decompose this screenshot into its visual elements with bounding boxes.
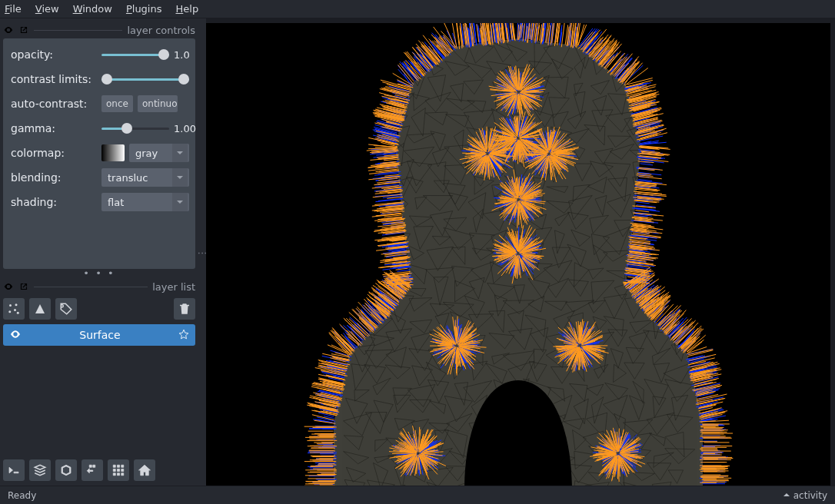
layer-list-toolbar [3,295,195,324]
home-button[interactable] [134,459,155,481]
surface-rendering [303,23,734,486]
layer-list: Surface [3,324,195,350]
autocontrast-label: auto-contrast: [11,98,97,110]
autocontrast-continuous-button[interactable]: ontinuou [138,95,178,112]
layer-list-title: layer list [152,281,195,293]
svg-point-0 [9,304,12,307]
console-button[interactable] [3,459,25,481]
svg-line-3819 [517,231,518,247]
layer-controls-header: layer controls [3,22,195,38]
svg-line-249 [636,202,649,204]
menu-view[interactable]: View [35,3,59,15]
layer-controls-panel: opacity: 1.0 contrast limits: [3,38,195,269]
chevron-down-icon [172,168,188,187]
blending-label: blending: [11,171,97,184]
popout-icon[interactable] [18,25,29,35]
svg-line-3137 [456,23,459,48]
splitter-handle[interactable]: ⋮ [198,18,206,486]
contrast-label: contrast limits: [11,73,97,85]
viewer-canvas[interactable] [206,23,830,486]
menu-plugins[interactable]: Plugins [126,3,162,15]
svg-line-696 [398,270,410,271]
sidebar: layer controls opacity: 1.0 contrast lim… [0,18,198,486]
svg-line-3731 [517,184,518,194]
opacity-slider[interactable] [101,48,169,61]
viewer-buttons [3,455,195,486]
shading-dropdown[interactable]: flat [101,193,189,211]
svg-line-3202 [639,133,667,141]
menu-window[interactable]: Window [73,3,112,15]
svg-line-1919 [639,177,661,179]
new-points-button[interactable] [3,298,25,320]
roll-dims-button[interactable] [55,459,77,481]
activity-button[interactable]: activity [793,490,827,501]
colormap-label: colormap: [11,147,97,159]
svg-line-2620 [375,148,396,148]
transpose-button[interactable] [82,459,103,481]
layer-item-surface[interactable]: Surface [3,324,195,346]
svg-point-4 [17,312,19,314]
eye-open-icon[interactable] [3,281,14,292]
svg-line-2978 [636,211,649,212]
new-labels-button[interactable] [55,298,77,320]
layer-name: Surface [28,329,172,341]
contrast-slider[interactable] [101,73,189,85]
status-text: Ready [8,490,36,501]
panel-drag-handle[interactable]: • • • [3,267,195,278]
gamma-label: gamma: [11,122,97,134]
layer-controls-title: layer controls [127,25,195,36]
svg-line-3754 [518,205,519,224]
star-icon[interactable] [178,329,189,342]
ndisplay-button[interactable] [29,459,51,481]
gamma-value: 1.00 [174,123,189,134]
svg-point-1 [15,303,18,306]
popout-icon[interactable] [18,281,29,292]
chevron-down-icon [172,193,188,211]
new-shapes-button[interactable] [29,298,51,320]
chevron-down-icon [172,144,188,162]
opacity-label: opacity: [11,48,97,61]
eye-open-icon[interactable] [3,25,14,35]
status-bar: Ready activity [0,486,835,504]
autocontrast-once-button[interactable]: once [101,95,133,112]
menu-bar: File View Window Plugins Help [0,0,835,18]
menu-help[interactable]: Help [176,3,199,15]
shading-label: shading: [11,196,97,208]
caret-up-icon [783,490,793,501]
opacity-value: 1.0 [174,49,189,61]
grid-button[interactable] [108,459,129,481]
svg-point-3 [14,309,16,311]
colormap-swatch [101,144,125,161]
colormap-dropdown[interactable]: gray [129,144,189,162]
blending-dropdown[interactable]: transluc [101,168,189,187]
layer-list-header: layer list [3,278,195,295]
menu-file[interactable]: File [5,3,22,15]
svg-line-319 [640,164,653,165]
svg-line-416 [316,393,339,400]
delete-layer-button[interactable] [174,298,195,320]
svg-line-2765 [369,144,397,148]
gamma-slider[interactable] [101,122,169,134]
svg-line-2525 [373,194,402,197]
layer-visibility-icon[interactable] [9,328,22,343]
svg-point-2 [8,310,11,313]
